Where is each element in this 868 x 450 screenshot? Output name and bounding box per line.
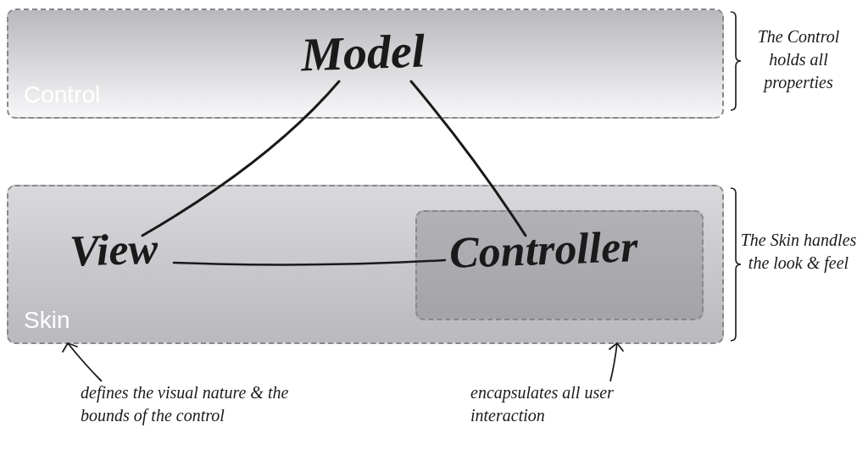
skin-annotation: The Skin handles the look & feel bbox=[739, 229, 858, 275]
controller-label: Controller bbox=[448, 221, 638, 278]
view-annotation: defines the visual nature & the bounds o… bbox=[81, 381, 318, 427]
control-box-label: Control bbox=[24, 81, 100, 108]
control-annotation: The Control holds all properties bbox=[739, 25, 858, 94]
controller-annotation: encapsulates all user interaction bbox=[470, 381, 674, 427]
skin-box-label: Skin bbox=[24, 307, 70, 334]
model-label: Model bbox=[300, 23, 426, 81]
view-label: View bbox=[69, 223, 159, 276]
